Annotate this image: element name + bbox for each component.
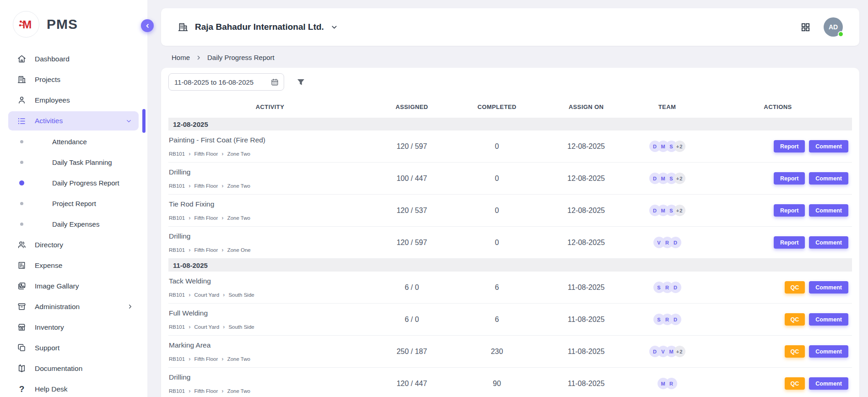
path-segment: RB101 — [169, 151, 185, 157]
assign-on-value: 12-08-2025 — [542, 174, 631, 183]
sidebar-item-activities[interactable]: Activities — [8, 111, 139, 131]
report-button[interactable]: Report — [774, 236, 805, 249]
sidebar-item-label: Expense — [35, 261, 62, 270]
qc-button[interactable]: QC — [785, 281, 805, 294]
sidebar-item-projects[interactable]: Projects — [0, 69, 147, 90]
comment-button[interactable]: Comment — [809, 172, 848, 185]
user-avatar[interactable]: AD — [824, 17, 843, 37]
sidebar-item-image-gallary[interactable]: Image Gallary — [0, 276, 147, 296]
path-chevron-icon: › — [189, 215, 190, 221]
sidebar-item-label: Help Desk — [35, 385, 68, 393]
topbar: Raja Bahadur International Ltd. AD — [161, 8, 859, 46]
activity-row: Drilling RB101›Fifth Floor›Zone Two 120 … — [168, 368, 852, 397]
activity-row: Marking Area RB101›Fifth Floor›Zone Two … — [168, 336, 852, 368]
assign-on-value: 11-08-2025 — [542, 348, 631, 356]
activity-path: RB101›Fifth Floor›Zone Two — [169, 215, 367, 221]
activity-row: Drilling RB101›Fifth Floor›Zone Two 100 … — [168, 163, 852, 195]
actions-cell: QCComment — [704, 377, 852, 390]
sidebar-subitem-project-report[interactable]: Project Report — [0, 193, 147, 214]
assign-on-value: 12-08-2025 — [542, 239, 631, 247]
path-chevron-icon: › — [189, 151, 190, 157]
logo-mark-icon: M — [13, 11, 39, 38]
path-chevron-icon: › — [221, 247, 223, 253]
qc-button[interactable]: QC — [785, 377, 805, 390]
activity-path: RB101›Fifth Floor›Zone Two — [169, 388, 367, 394]
qc-button[interactable]: QC — [785, 313, 805, 326]
sidebar-item-expense[interactable]: Expense — [0, 255, 147, 276]
path-chevron-icon: › — [221, 151, 223, 157]
breadcrumb-current-page: Daily Progress Report — [207, 54, 275, 61]
path-chevron-icon: › — [189, 292, 190, 298]
sidebar-subitem-daily-task-planning[interactable]: Daily Task Planning — [0, 152, 147, 173]
path-chevron-icon: › — [189, 247, 190, 253]
comment-button[interactable]: Comment — [809, 204, 848, 217]
report-button[interactable]: Report — [774, 140, 805, 152]
path-segment: RB101 — [169, 324, 185, 330]
activity-path: RB101›Fifth Floor›Zone Two — [169, 151, 367, 157]
sidebar-item-documentation[interactable]: Documentation — [0, 358, 147, 379]
activity-row: Tack Welding RB101›Court Yard›South Side… — [168, 272, 852, 304]
breadcrumb: Home Daily Progress Report — [172, 54, 868, 61]
team-extra-badge: +2 — [674, 141, 685, 152]
path-chevron-icon: › — [221, 215, 223, 221]
assign-on-value: 12-08-2025 — [542, 142, 631, 151]
avatar-initials: AD — [829, 23, 838, 31]
date-group-header: 11-08-2025 — [168, 259, 852, 272]
report-button[interactable]: Report — [774, 204, 805, 217]
sidebar-item-support[interactable]: Support — [0, 337, 147, 358]
team-member-badge: D — [670, 282, 681, 293]
sidebar-subitem-daily-progress-report[interactable]: Daily Progress Report — [0, 173, 147, 193]
company-name: Raja Bahadur International Ltd. — [195, 22, 324, 32]
sidebar-subitem-label: Daily Task Planning — [52, 158, 112, 166]
sidebar-item-administration[interactable]: Administration — [0, 296, 147, 317]
team-extra-badge: +2 — [674, 173, 685, 184]
sidebar-item-inventory[interactable]: Inventory — [0, 317, 147, 337]
table-header-row: ACTIVITY ASSIGNED COMPLETED ASSIGN ON TE… — [168, 102, 852, 118]
completed-value: 90 — [452, 380, 542, 388]
sidebar-item-help-desk[interactable]: ?Help Desk — [0, 379, 147, 397]
chevron-left-icon — [145, 23, 151, 29]
column-header-assign-on: ASSIGN ON — [542, 103, 631, 110]
comment-button[interactable]: Comment — [809, 236, 848, 249]
path-segment: Court Yard — [194, 324, 220, 330]
comment-button[interactable]: Comment — [809, 313, 848, 326]
sidebar-item-employees[interactable]: Employees — [0, 90, 147, 110]
path-segment: RB101 — [169, 183, 185, 189]
sidebar-item-dashboard[interactable]: Dashboard — [0, 49, 147, 69]
activity-cell: Drilling RB101›Fifth Floor›Zone One — [168, 227, 372, 258]
sidebar-collapse-button[interactable] — [141, 19, 154, 32]
date-range-input[interactable]: 11-08-2025 to 16-08-2025 — [168, 73, 284, 91]
company-selector[interactable]: Raja Bahadur International Ltd. — [178, 22, 338, 33]
sidebar-item-label: Projects — [35, 76, 60, 84]
chevron-down-icon — [125, 118, 132, 125]
filter-funnel-icon[interactable] — [296, 77, 306, 87]
path-segment: RB101 — [169, 247, 185, 253]
breadcrumb-home-link[interactable]: Home — [172, 54, 190, 61]
activity-title: Painting - First Coat (Fire Red) — [169, 136, 367, 144]
comment-button[interactable]: Comment — [809, 377, 848, 390]
date-group-header: 12-08-2025 — [168, 118, 852, 131]
path-segment: Fifth Floor — [194, 356, 218, 362]
sidebar-item-directory[interactable]: Directory — [0, 234, 147, 255]
completed-value: 230 — [452, 348, 542, 356]
team-avatars: MR — [631, 378, 704, 389]
people-icon — [17, 240, 27, 250]
team-avatars: VRD — [631, 237, 704, 248]
report-button[interactable]: Report — [774, 172, 805, 185]
chevron-right-icon — [127, 303, 134, 310]
team-avatars: SRD — [631, 282, 704, 293]
comment-button[interactable]: Comment — [809, 281, 848, 294]
help-icon: ? — [17, 384, 27, 394]
completed-value: 0 — [452, 207, 542, 215]
sidebar: M PMS DashboardProjectsEmployeesActiviti… — [0, 0, 147, 397]
comment-button[interactable]: Comment — [809, 345, 848, 358]
sidebar-subitem-daily-expenses[interactable]: Daily Expenses — [0, 214, 147, 234]
comment-button[interactable]: Comment — [809, 140, 848, 152]
sidebar-item-label: Documentation — [35, 364, 82, 373]
path-segment: Fifth Floor — [194, 388, 218, 394]
path-segment: RB101 — [169, 215, 185, 221]
qc-button[interactable]: QC — [785, 345, 805, 358]
sidebar-subitem-attendance[interactable]: Attendance — [0, 131, 147, 152]
apps-grid-icon[interactable] — [800, 22, 811, 33]
activity-cell: Drilling RB101›Fifth Floor›Zone Two — [168, 368, 372, 397]
